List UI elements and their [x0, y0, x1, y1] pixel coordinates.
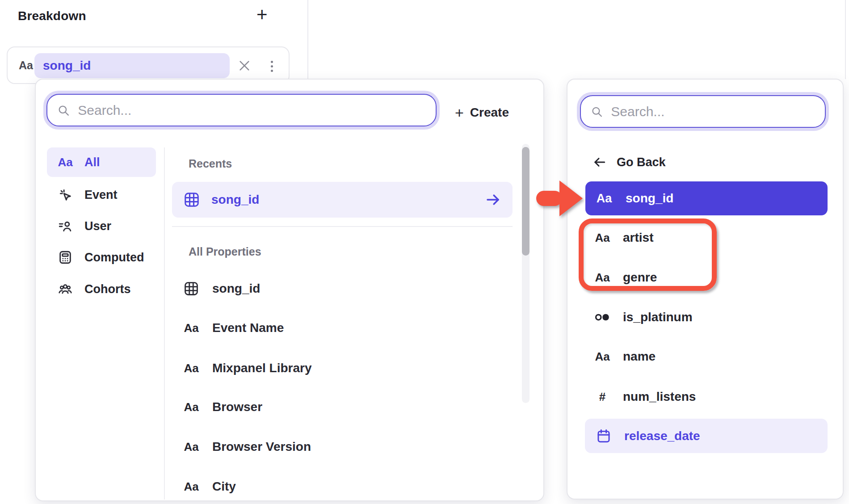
- sidebar-item-computed[interactable]: Computed: [57, 250, 144, 265]
- text-type-icon: Aa: [182, 361, 201, 375]
- property-row-city[interactable]: Aa City: [182, 479, 236, 494]
- property-row-mixpanel-library[interactable]: Aa Mixpanel Library: [182, 361, 312, 375]
- breakdown-property-chip[interactable]: song_id: [34, 53, 230, 78]
- sidebar-item-cohorts[interactable]: Cohorts: [57, 281, 131, 297]
- sidebar-item-event[interactable]: Event: [57, 187, 118, 202]
- text-type-icon: Aa: [182, 400, 201, 414]
- search-input[interactable]: [611, 104, 815, 119]
- back-arrow-icon: [593, 155, 607, 169]
- scrollbar-thumb[interactable]: [522, 147, 530, 256]
- close-icon: [237, 59, 252, 73]
- property-row-song-id[interactable]: song_id: [182, 281, 260, 296]
- text-type-icon: Aa: [593, 231, 612, 245]
- text-type-icon: Aa: [182, 321, 201, 335]
- section-divider: [172, 226, 513, 227]
- people-group-icon: [57, 281, 74, 297]
- recent-item-song-id[interactable]: song_id: [172, 182, 513, 218]
- remove-chip-button[interactable]: [237, 59, 252, 73]
- search-field-wrapper: [577, 92, 829, 131]
- create-button[interactable]: + Create: [455, 102, 509, 123]
- property-row-event-name[interactable]: Aa Event Name: [182, 321, 284, 335]
- sidebar-item-all[interactable]: Aa All: [47, 147, 156, 177]
- property-row-num-listens[interactable]: # num_listens: [593, 390, 696, 404]
- user-icon: [57, 218, 74, 234]
- search-icon: [591, 105, 603, 118]
- all-properties-header: All Properties: [189, 245, 261, 258]
- calendar-icon: [594, 428, 614, 444]
- property-row-artist[interactable]: Aa artist: [593, 231, 653, 245]
- panel-edge-divider: [307, 0, 308, 79]
- property-row-name[interactable]: Aa name: [593, 349, 656, 364]
- sidebar-content-divider: [164, 147, 165, 500]
- property-detail-panel: Go Back Aa song_id Aa artist Aa genre is…: [567, 79, 844, 500]
- event-cursor-icon: [57, 187, 74, 202]
- property-row-is-platinum[interactable]: is_platinum: [593, 310, 693, 324]
- sidebar-item-user[interactable]: User: [57, 218, 111, 234]
- text-type-icon: Aa: [593, 271, 612, 285]
- plus-icon: +: [455, 105, 464, 120]
- text-type-icon: Aa: [182, 440, 201, 454]
- calculator-icon: [57, 250, 74, 265]
- search-field-wrapper: [43, 91, 440, 130]
- text-type-icon: Aa: [19, 59, 33, 72]
- property-row-genre[interactable]: Aa genre: [593, 270, 657, 285]
- chip-menu-button[interactable]: [269, 58, 275, 75]
- text-type-icon: Aa: [595, 192, 613, 206]
- selected-property-row-song-id[interactable]: Aa song_id: [585, 181, 828, 215]
- panel-edge-divider: [845, 0, 846, 79]
- property-picker-panel: + Create Aa All Event User: [35, 79, 544, 501]
- boolean-type-icon: [593, 311, 612, 324]
- add-breakdown-button[interactable]: +: [256, 5, 268, 24]
- property-row-browser[interactable]: Aa Browser: [182, 400, 262, 414]
- table-grid-icon: [184, 192, 200, 208]
- chip-value: song_id: [43, 59, 91, 73]
- text-type-icon: Aa: [182, 480, 201, 494]
- recents-header: Recents: [189, 157, 232, 170]
- text-type-icon: Aa: [57, 155, 74, 169]
- breakdown-section-title: Breakdown: [18, 9, 86, 23]
- text-type-icon: Aa: [593, 350, 612, 364]
- table-grid-icon: [182, 281, 201, 296]
- search-input[interactable]: [78, 103, 426, 118]
- property-row-release-date[interactable]: release_date: [585, 419, 828, 453]
- property-row-browser-version[interactable]: Aa Browser Version: [182, 440, 311, 454]
- go-back-button[interactable]: Go Back: [593, 155, 666, 169]
- search-icon: [57, 104, 70, 117]
- drilldown-arrow-icon[interactable]: [485, 192, 501, 208]
- number-type-icon: #: [593, 390, 612, 404]
